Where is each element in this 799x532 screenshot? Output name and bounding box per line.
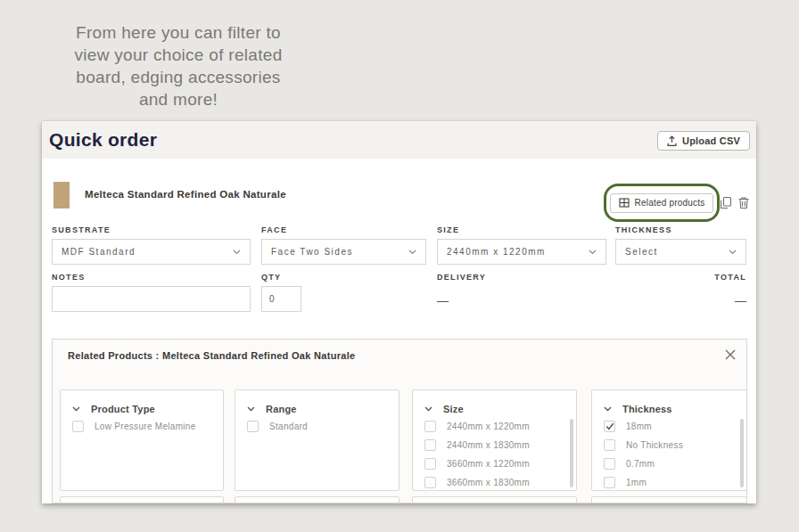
cutoff-filter-box	[412, 496, 577, 503]
copy-icon	[720, 196, 734, 209]
related-products-button[interactable]: Related products	[610, 193, 714, 213]
grid-icon	[619, 198, 630, 208]
caption-line: and more!	[25, 88, 332, 110]
highlight-annotation: Related products	[604, 184, 720, 222]
cutoff-filter-box	[591, 496, 747, 503]
checkbox-checked[interactable]	[604, 421, 615, 432]
filter-box-range: Range Standard	[235, 389, 400, 491]
substrate-select[interactable]: MDF Standard	[52, 239, 251, 265]
filter-header-product-type[interactable]: Product Type	[61, 390, 223, 417]
upload-csv-label: Upload CSV	[682, 135, 740, 146]
filter-option[interactable]: 2440mm x 1220mm	[413, 417, 576, 436]
substrate-value: MDF Standard	[62, 247, 136, 257]
filter-box-thickness: Thickness 18mm No Thickness 0.7mm	[591, 389, 747, 491]
checkbox[interactable]	[424, 477, 436, 488]
filter-header-thickness[interactable]: Thickness	[592, 390, 746, 417]
option-label: 0.7mm	[626, 459, 655, 469]
caption-line: board, edging accessories	[25, 66, 332, 88]
checkbox[interactable]	[424, 439, 436, 451]
chevron-down-icon	[729, 250, 737, 255]
size-label: SIZE	[437, 225, 459, 234]
chevron-down-icon	[424, 406, 432, 412]
filter-label: Size	[443, 404, 464, 414]
related-products-panel: Related Products : Melteca Standard Refi…	[52, 339, 747, 503]
filter-header-range[interactable]: Range	[235, 390, 399, 417]
filter-option[interactable]: 3660mm x 1220mm	[413, 454, 576, 473]
page-title: Quick order	[49, 129, 157, 151]
filter-header-size[interactable]: Size	[413, 390, 576, 417]
thickness-select[interactable]: Select	[615, 239, 746, 265]
checkbox[interactable]	[247, 421, 259, 432]
close-panel-button[interactable]	[722, 347, 738, 363]
chevron-down-icon	[233, 250, 241, 255]
qty-label: QTY	[261, 273, 281, 282]
product-name: Melteca Standard Refined Oak Naturale	[85, 189, 286, 200]
cutoff-filter-box	[60, 496, 224, 503]
caption-line: From here you can filter to	[25, 21, 332, 44]
caption-line: view your choice of related	[25, 44, 332, 66]
qty-input[interactable]	[261, 286, 301, 312]
filter-option[interactable]: No Thickness	[592, 436, 746, 454]
related-products-label: Related products	[635, 198, 705, 208]
option-label: 1mm	[626, 478, 647, 487]
instruction-caption: From here you can filter to view your ch…	[25, 21, 332, 110]
thickness-label: THICKNESS	[615, 225, 672, 234]
option-label: 3660mm x 1830mm	[447, 478, 530, 487]
thickness-value: Select	[625, 247, 658, 257]
substrate-label: SUBSTRATE	[52, 225, 111, 234]
option-label: 2440mm x 1220mm	[447, 422, 530, 431]
total-label: TOTAL	[615, 273, 746, 282]
filter-box-size: Size 2440mm x 1220mm 2440mm x 1830mm 366…	[412, 389, 577, 491]
checkbox[interactable]	[424, 421, 436, 432]
filter-option[interactable]: 2440mm x 1830mm	[413, 436, 576, 454]
filter-label: Range	[266, 404, 297, 414]
filter-label: Thickness	[622, 404, 672, 414]
option-label: 2440mm x 1830mm	[447, 440, 530, 450]
option-label: No Thickness	[626, 440, 683, 450]
checkbox[interactable]	[604, 439, 615, 451]
delete-row-button[interactable]	[737, 196, 752, 210]
filter-option[interactable]: 18mm	[592, 417, 746, 436]
scrollbar[interactable]	[740, 419, 744, 487]
notes-label: NOTES	[52, 273, 86, 282]
filter-option[interactable]: Low Pressure Melamine	[61, 417, 223, 436]
filter-option[interactable]: 0.7mm	[592, 454, 746, 473]
option-label: Low Pressure Melamine	[95, 422, 196, 431]
size-value: 2440mm x 1220mm	[447, 247, 546, 257]
face-label: FACE	[261, 225, 287, 234]
duplicate-row-button[interactable]	[720, 196, 734, 210]
checkbox[interactable]	[604, 458, 615, 470]
chevron-down-icon	[408, 250, 416, 255]
upload-csv-button[interactable]: Upload CSV	[657, 131, 750, 151]
product-swatch	[54, 182, 70, 209]
close-icon	[724, 348, 737, 361]
checkbox[interactable]	[424, 458, 436, 470]
notes-input[interactable]	[52, 286, 251, 312]
option-label: 3660mm x 1220mm	[447, 459, 530, 469]
option-label: Standard	[269, 422, 308, 431]
face-value: Face Two Sides	[271, 247, 353, 257]
delivery-label: DELIVERY	[437, 273, 486, 282]
scrollbar[interactable]	[570, 419, 573, 487]
option-label: 18mm	[626, 422, 652, 431]
related-panel-title: Related Products : Melteca Standard Refi…	[68, 350, 355, 361]
upload-icon	[667, 135, 677, 146]
chevron-down-icon	[589, 250, 597, 255]
cutoff-filter-box	[235, 496, 400, 503]
delivery-value: —	[437, 294, 449, 307]
quick-order-card: Quick order Upload CSV Melteca Standard …	[42, 121, 756, 503]
filter-option[interactable]: 3660mm x 1830mm	[413, 473, 576, 492]
checkbox[interactable]	[72, 421, 84, 432]
size-select[interactable]: 2440mm x 1220mm	[437, 239, 606, 265]
filter-box-product-type: Product Type Low Pressure Melamine	[60, 389, 224, 491]
filter-option[interactable]: 1mm	[592, 473, 746, 492]
filter-label: Product Type	[91, 404, 155, 414]
face-select[interactable]: Face Two Sides	[261, 239, 426, 265]
trash-icon	[737, 196, 752, 209]
chevron-down-icon	[72, 406, 80, 412]
chevron-down-icon	[604, 406, 612, 412]
checkbox[interactable]	[604, 477, 615, 488]
card-header: Quick order Upload CSV	[42, 121, 756, 159]
chevron-down-icon	[247, 406, 255, 412]
filter-option[interactable]: Standard	[235, 417, 399, 436]
